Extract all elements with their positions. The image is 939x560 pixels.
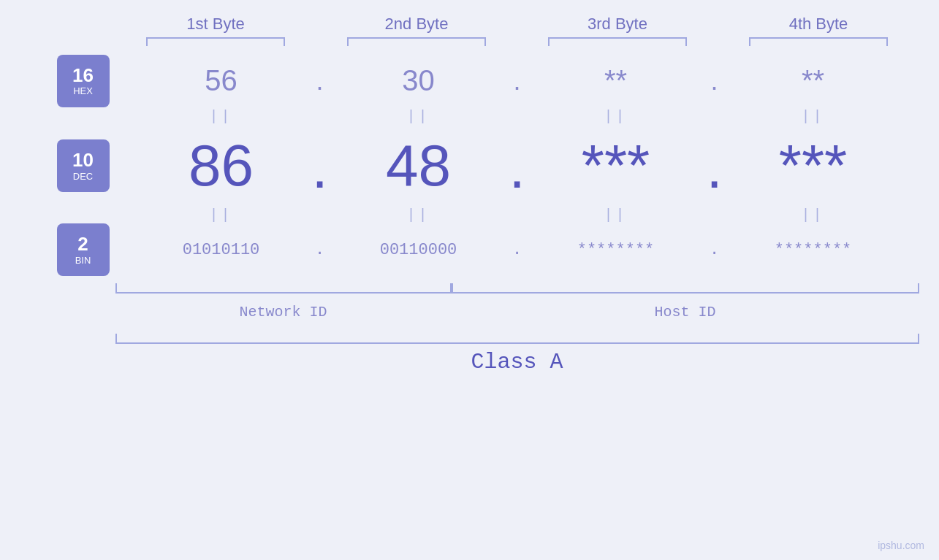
- byte-headers: 1st Byte 2nd Byte 3rd Byte 4th Byte: [115, 15, 919, 34]
- hex-badge: 16 HEX: [57, 55, 110, 107]
- hex-b1: 56: [141, 53, 302, 108]
- dec-dot3: .: [696, 135, 733, 197]
- dec-badge-cell: 10 DEC: [46, 139, 141, 192]
- dec-badge-num: 10: [72, 150, 94, 171]
- eq2-b1: ||: [141, 207, 302, 223]
- hex-row: 16 HEX 56 . 30 . ** . **: [46, 53, 894, 108]
- bin-b3: ********: [536, 230, 696, 270]
- eq1-b1: ||: [141, 108, 302, 125]
- class-section: Class A: [115, 334, 919, 375]
- equals-row-1: || || || ||: [46, 108, 894, 125]
- dec-dot1: .: [302, 135, 338, 197]
- bin-badge: 2 BIN: [57, 223, 110, 276]
- eq1-b4: ||: [733, 108, 894, 125]
- dec-dot2: .: [499, 135, 536, 197]
- bracket-top-2: [347, 37, 486, 46]
- hex-dot3: .: [696, 68, 733, 94]
- bin-dot3: .: [696, 241, 733, 259]
- bin-badge-label: BIN: [75, 255, 91, 266]
- bin-b2: 00110000: [338, 230, 499, 270]
- host-id-label: Host ID: [452, 304, 919, 321]
- bracket-top-3: [548, 37, 687, 46]
- dec-badge-label: DEC: [73, 171, 93, 182]
- hex-dot2: .: [499, 68, 536, 94]
- id-labels: Network ID Host ID: [115, 304, 919, 321]
- hex-badge-label: HEX: [73, 85, 93, 96]
- bracket-top-4: [749, 37, 888, 46]
- byte4-header: 4th Byte: [738, 15, 899, 34]
- watermark: ipshu.com: [878, 540, 924, 551]
- byte1-header: 1st Byte: [135, 15, 296, 34]
- network-id-label: Network ID: [115, 304, 452, 321]
- byte2-header: 2nd Byte: [336, 15, 497, 34]
- hex-b2: 30: [338, 53, 499, 108]
- bin-dot2: .: [499, 241, 536, 259]
- bin-badge-cell: 2 BIN: [46, 223, 141, 276]
- bracket-host-id: [452, 283, 919, 294]
- hex-badge-num: 16: [72, 65, 94, 86]
- hex-b3: **: [536, 53, 696, 108]
- bin-row: 2 BIN 01010110 . 00110000 . ******** . *…: [46, 223, 894, 276]
- eq2-b2: ||: [338, 207, 499, 223]
- bin-dot1: .: [302, 241, 338, 259]
- eq1-b3: ||: [536, 108, 696, 125]
- class-label: Class A: [115, 350, 919, 375]
- eq2-b4: ||: [733, 207, 894, 223]
- class-bracket: [115, 334, 919, 344]
- bracket-top-1: [146, 37, 285, 46]
- main-container: 1st Byte 2nd Byte 3rd Byte 4th Byte 16 H…: [0, 0, 939, 560]
- top-brackets: [115, 37, 919, 46]
- hex-dot1: .: [302, 68, 338, 94]
- dec-b2: 48: [338, 125, 499, 207]
- eq2-b3: ||: [536, 207, 696, 223]
- hex-badge-cell: 16 HEX: [46, 55, 141, 107]
- bottom-brackets-wrapper: [115, 283, 919, 298]
- hex-b4: **: [733, 53, 894, 108]
- dec-row: 10 DEC 86 . 48 . *** . ***: [46, 125, 894, 207]
- bracket-network-id: [115, 283, 452, 294]
- equals-row-2: || || || ||: [46, 207, 894, 223]
- eq1-b2: ||: [338, 108, 499, 125]
- dec-b1: 86: [141, 125, 302, 207]
- bin-b4: ********: [733, 230, 894, 270]
- bin-b1: 01010110: [141, 230, 302, 270]
- bin-badge-num: 2: [77, 234, 88, 255]
- byte3-header: 3rd Byte: [537, 15, 698, 34]
- dec-b4: ***: [733, 125, 894, 207]
- dec-badge: 10 DEC: [57, 139, 110, 192]
- dec-b3: ***: [536, 125, 696, 207]
